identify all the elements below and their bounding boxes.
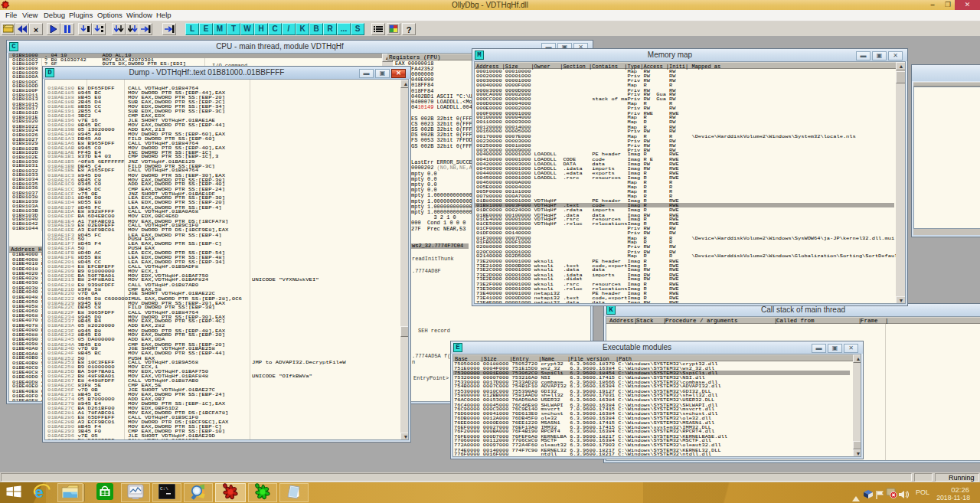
svg-text:C:\: C:\	[160, 486, 168, 492]
